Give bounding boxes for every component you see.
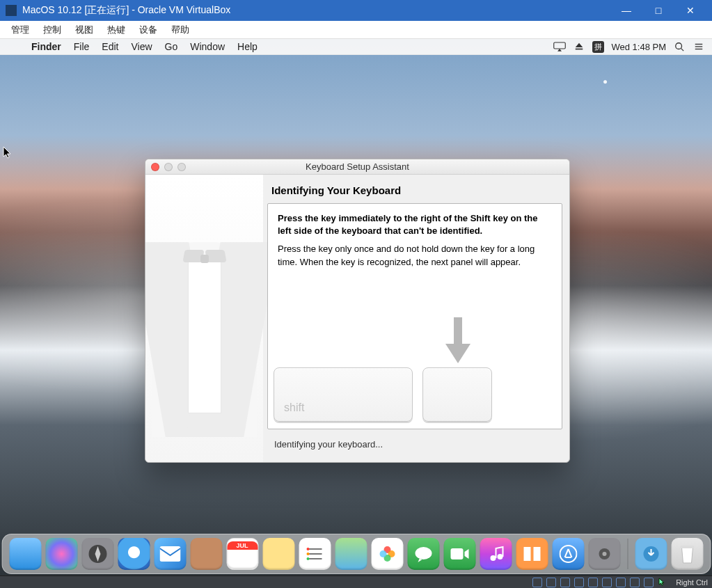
target-key-graphic (422, 367, 492, 422)
svg-rect-0 (554, 42, 566, 49)
status-display-icon[interactable] (616, 578, 626, 587)
svg-point-19 (379, 550, 386, 557)
close-button[interactable]: ✕ (674, 0, 706, 21)
status-sdcard-icon[interactable] (574, 578, 584, 587)
mouse-cursor-icon (3, 146, 13, 161)
calendar-month: JUL (227, 541, 258, 550)
vb-menu-devices[interactable]: 设备 (132, 22, 164, 38)
dock-contacts-icon[interactable] (190, 538, 222, 570)
dock-mail-icon[interactable] (154, 538, 186, 570)
traffic-lights (151, 163, 186, 171)
vb-menu-help[interactable]: 帮助 (164, 22, 196, 38)
virtualbox-statusbar: Right Ctrl (0, 575, 712, 588)
vb-menu-hotkeys[interactable]: 热键 (100, 22, 132, 38)
ime-indicator[interactable]: 拼 (592, 41, 604, 53)
status-hdd-icon[interactable] (532, 578, 542, 587)
minimize-traffic-button (164, 163, 173, 171)
clock[interactable]: Wed 1:48 PM (611, 42, 666, 52)
shift-key-label: shift (284, 402, 304, 414)
assistant-title: Keyboard Setup Assistant (306, 161, 409, 172)
status-cd-icon[interactable] (546, 578, 556, 587)
window-buttons: — □ ✕ (610, 0, 706, 21)
svg-rect-7 (454, 317, 462, 345)
dock-system-preferences-icon[interactable] (588, 538, 620, 570)
dock-ibooks-icon[interactable] (516, 538, 548, 570)
svg-point-23 (497, 554, 503, 559)
airplay-icon[interactable] (553, 42, 566, 51)
arrow-down-icon (444, 317, 472, 365)
keyboard-setup-assistant-window[interactable]: Keyboard Setup Assistant Identifying You… (145, 159, 570, 463)
active-app-name[interactable]: Finder (25, 41, 68, 52)
menubar-status-area: 拼 Wed 1:48 PM (546, 41, 705, 53)
shift-key-graphic: shift (274, 367, 413, 422)
notification-center-icon[interactable] (693, 42, 705, 51)
svg-point-2 (676, 43, 682, 49)
vb-menu-control[interactable]: 控制 (36, 22, 68, 38)
spotlight-icon[interactable] (673, 42, 686, 51)
assistant-status-text: Identifying your keyboard... (267, 429, 562, 455)
menu-go[interactable]: Go (159, 41, 184, 52)
dock-notes-icon[interactable] (262, 538, 294, 570)
virtualbox-icon (6, 5, 17, 16)
zoom-traffic-button (177, 163, 186, 171)
menu-file[interactable]: File (68, 41, 96, 52)
virtualbox-titlebar[interactable]: MacOS 10.12 [正在运行] - Oracle VM VirtualBo… (0, 0, 712, 21)
status-usb-icon[interactable] (560, 578, 570, 587)
svg-point-22 (490, 555, 496, 561)
status-audio-icon[interactable] (602, 578, 612, 587)
svg-point-20 (415, 547, 432, 559)
dock-trash-icon[interactable] (671, 538, 703, 570)
dock-launchpad-icon[interactable] (81, 538, 113, 570)
minimize-button[interactable]: — (610, 0, 642, 21)
svg-rect-1 (576, 49, 583, 50)
close-traffic-button[interactable] (151, 163, 159, 171)
virtualbox-menubar: 管理 控制 视图 热键 设备 帮助 (0, 21, 712, 39)
dock-appstore-icon[interactable] (552, 538, 584, 570)
assistant-bold-instruction: Press the key immediately to the right o… (278, 212, 552, 237)
assistant-titlebar[interactable]: Keyboard Setup Assistant (145, 159, 569, 175)
assistant-heading: Identifying Your Keyboard (271, 184, 562, 196)
dock-separator (627, 539, 628, 569)
dock: JUL 4 (1, 534, 711, 574)
dock-messages-icon[interactable] (407, 538, 439, 570)
dock-downloads-icon[interactable] (635, 538, 667, 570)
svg-rect-9 (159, 546, 180, 562)
virtualbox-title: MacOS 10.12 [正在运行] - Oracle VM VirtualBo… (22, 4, 230, 17)
vb-menu-view[interactable]: 视图 (68, 22, 100, 38)
svg-line-3 (681, 49, 684, 51)
mac-menubar: Finder File Edit View Go Window Help 拼 W… (0, 39, 712, 55)
menu-window[interactable]: Window (184, 41, 231, 52)
menu-edit[interactable]: Edit (95, 41, 125, 52)
dock-finder-icon[interactable] (9, 538, 41, 570)
guest-display: Finder File Edit View Go Window Help 拼 W… (0, 39, 712, 575)
key-graphic: shift (274, 367, 492, 422)
menu-help[interactable]: Help (231, 41, 264, 52)
assistant-sidebar-graphic (145, 175, 263, 462)
svg-rect-21 (450, 548, 463, 559)
svg-point-24 (560, 546, 576, 562)
vb-menu-manage[interactable]: 管理 (4, 22, 36, 38)
status-network-icon[interactable] (588, 578, 598, 587)
host-key-indicator: Right Ctrl (676, 578, 708, 587)
status-record-icon[interactable] (630, 578, 640, 587)
maximize-button[interactable]: □ (642, 0, 674, 21)
dock-calendar-icon[interactable]: JUL 4 (226, 538, 258, 570)
svg-point-14 (306, 553, 309, 555)
svg-point-15 (306, 557, 309, 560)
assistant-instruction: Press the key only once and do not hold … (278, 243, 552, 268)
dock-facetime-icon[interactable] (443, 538, 475, 570)
eject-icon[interactable] (573, 42, 585, 51)
status-mouse-icon[interactable] (658, 577, 667, 588)
dock-photos-icon[interactable] (371, 538, 403, 570)
dock-maps-icon[interactable] (335, 538, 367, 570)
assistant-panel: Press the key immediately to the right o… (267, 203, 562, 429)
dock-safari-icon[interactable] (118, 538, 150, 570)
svg-point-13 (306, 548, 309, 550)
dock-itunes-icon[interactable] (480, 538, 512, 570)
dock-siri-icon[interactable] (45, 538, 77, 570)
svg-rect-28 (680, 546, 694, 548)
status-vm-icon[interactable] (644, 578, 654, 587)
dock-reminders-icon[interactable] (299, 538, 331, 570)
menu-view[interactable]: View (125, 41, 158, 52)
svg-point-26 (602, 552, 606, 556)
